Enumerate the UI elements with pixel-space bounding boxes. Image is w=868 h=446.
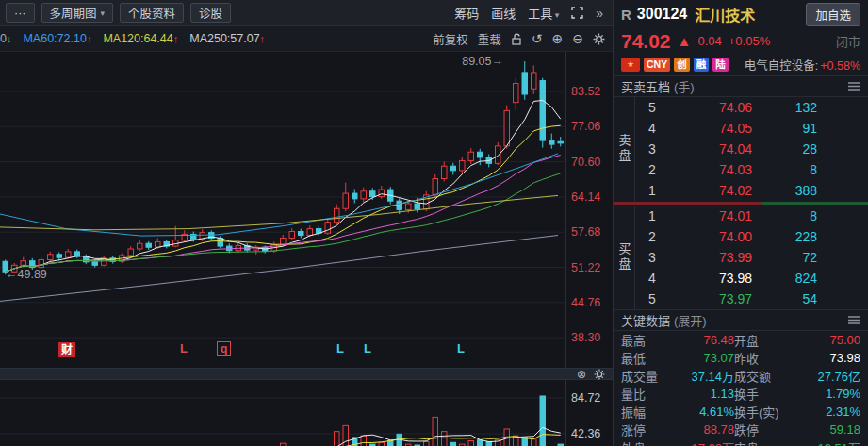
r-flag-label: R xyxy=(621,7,631,23)
sell-side-label: 卖盘 xyxy=(614,97,635,201)
buy-row-4[interactable]: 473.98824 xyxy=(635,268,868,289)
keydata-label: 内盘 xyxy=(734,438,798,446)
level-volume: 824 xyxy=(752,271,868,286)
keydata-label: 成交量 xyxy=(621,367,672,385)
reload-button[interactable]: 重载 xyxy=(478,30,501,48)
buy-row-1[interactable]: 174.018 xyxy=(635,206,868,226)
level-volume: 91 xyxy=(752,121,868,136)
sell-row-4[interactable]: 474.0591 xyxy=(635,118,868,139)
keydata-label: 开盘 xyxy=(734,331,798,349)
buy-row-5[interactable]: 573.9754 xyxy=(635,289,868,309)
level-number: 1 xyxy=(648,183,677,198)
sell-row-2[interactable]: 274.038 xyxy=(635,159,868,180)
volume-chart[interactable]: 84.7242.36 xyxy=(0,380,613,446)
industry-change: +0.58% xyxy=(820,59,860,73)
buy-row-2[interactable]: 274.00228 xyxy=(635,226,868,247)
zoom-in-icon[interactable]: ⊕ xyxy=(552,32,564,45)
stock-header: R 300124 汇川技术 加自选 xyxy=(614,0,868,28)
price-up-arrow-icon: ▲ xyxy=(678,33,692,49)
keydata-menu-icon[interactable] xyxy=(848,316,860,324)
level-number: 2 xyxy=(648,229,677,244)
chart-marker-4[interactable]: L xyxy=(364,341,371,355)
chart-marker-2[interactable]: q xyxy=(217,341,231,356)
chips-tool[interactable]: 筹码 xyxy=(454,4,479,22)
diagnose-button[interactable]: 诊股 xyxy=(190,3,231,23)
buy-side-label: 买盘 xyxy=(614,206,635,309)
zoom-out-icon[interactable]: ⊖ xyxy=(572,32,583,45)
chart-control-group: 前复权重载 ↺ ⊕ ⊖ xyxy=(433,30,613,48)
keydata-value: 17.63万 xyxy=(672,438,734,446)
cn-flag-badge: ★ xyxy=(621,58,640,72)
level-price: 74.06 xyxy=(677,100,752,115)
level-volume: 132 xyxy=(752,100,868,115)
cny-badge: CNY xyxy=(644,58,670,72)
up-arrow-icon: ↑ xyxy=(173,33,179,44)
sell-row-3[interactable]: 374.0428 xyxy=(635,139,868,159)
level-price: 74.00 xyxy=(677,229,752,244)
more-button[interactable]: ··· xyxy=(6,3,35,23)
toolbar-button-group: ···多周期图▾个股资料诊股 xyxy=(6,3,231,23)
chart-marker-0[interactable]: 财 xyxy=(58,342,75,357)
chevron-down-icon: ▾ xyxy=(101,8,106,18)
buy-row-3[interactable]: 373.9972 xyxy=(635,247,868,268)
stock-info-button[interactable]: 个股资料 xyxy=(120,3,184,23)
chart-marker-5[interactable]: L xyxy=(457,341,465,355)
ma120-line xyxy=(0,195,558,229)
level-volume: 228 xyxy=(752,229,868,244)
draw-line-tool[interactable]: 画线 xyxy=(491,4,516,22)
settings-gear-icon[interactable] xyxy=(593,33,605,45)
close-pane-icon[interactable]: ⊗ xyxy=(577,369,586,380)
keydata-label: 最高 xyxy=(621,331,672,349)
level-price: 73.99 xyxy=(677,250,752,265)
more-tools-icon[interactable]: » xyxy=(596,7,603,20)
orderbook-menu-icon[interactable] xyxy=(848,82,860,91)
ma-label-2: MA120:64.44↑ xyxy=(103,32,178,45)
chart-marker-3[interactable]: L xyxy=(336,341,344,355)
industry-link[interactable]: 电气自控设备:+0.58% xyxy=(745,56,860,74)
price-row: 74.02 ▲ 0.04 +0.05% 闭市 xyxy=(614,28,868,54)
orderbook-section-header[interactable]: 买卖五档 (手) xyxy=(614,75,868,97)
fullscreen-icon[interactable] xyxy=(571,7,583,19)
forward-adjust-button[interactable]: 前复权 xyxy=(433,30,468,48)
lu-badge: 陆 xyxy=(712,58,729,72)
price-change-percent: +0.05% xyxy=(729,34,770,48)
pane-settings-gear-icon[interactable] xyxy=(594,369,605,380)
tools-menu[interactable]: 工具 ▾ xyxy=(528,4,559,22)
up-arrow-icon: ↑ xyxy=(87,33,92,44)
ma-value-labels: 0↓MA60:72.10↑MA120:64.44↑MA250:57.07↑ xyxy=(0,32,265,45)
ma-label-3: MA250:57.07↑ xyxy=(189,32,265,45)
keydata-label: 量比 xyxy=(621,385,672,403)
svg-text:38.30: 38.30 xyxy=(571,331,600,344)
last-price: 74.02 xyxy=(621,30,671,53)
add-watchlist-button[interactable]: 加自选 xyxy=(806,3,860,26)
market-status: 闭市 xyxy=(836,32,860,50)
price-change: 0.04 xyxy=(697,34,721,48)
keydata-value: 2.31% xyxy=(798,405,860,419)
unlock-icon[interactable] xyxy=(511,33,522,45)
chart-marker-1[interactable]: L xyxy=(180,341,188,355)
svg-text:83.52: 83.52 xyxy=(571,85,600,98)
keydata-value: 76.48 xyxy=(672,333,734,347)
buy-sell-ratio-bar xyxy=(614,202,868,205)
undo-icon[interactable]: ↺ xyxy=(532,32,543,45)
level-price: 73.98 xyxy=(677,271,752,286)
sell-row-5[interactable]: 574.06132 xyxy=(635,97,868,118)
level-number: 5 xyxy=(648,100,677,115)
keydata-section-header[interactable]: 关键数据 (展开) xyxy=(614,309,868,331)
multi-period-button[interactable]: 多周期图▾ xyxy=(41,3,114,23)
svg-text:57.68: 57.68 xyxy=(571,225,600,239)
keydata-row-1: 最低73.07昨收73.98 xyxy=(614,349,868,367)
sell-row-1[interactable]: 174.02388 xyxy=(635,180,868,201)
level-volume: 8 xyxy=(752,208,868,223)
level-volume: 8 xyxy=(752,162,868,177)
keydata-value: 19.51万 xyxy=(798,438,860,446)
rong-badge: 融 xyxy=(694,58,710,72)
trading-terminal: ···多周期图▾个股资料诊股 筹码画线工具 ▾ » 0↓MA60:72.10↑M… xyxy=(0,0,868,446)
stock-name: 汇川技术 xyxy=(695,3,755,25)
quote-panel: R 300124 汇川技术 加自选 74.02 ▲ 0.04 +0.05% 闭市… xyxy=(613,0,868,446)
keydata-label: 涨停 xyxy=(621,421,672,438)
candlestick-chart[interactable]: 83.5277.0670.6064.1457.6851.2244.7638.30… xyxy=(0,52,613,368)
keydata-label: 最低 xyxy=(621,349,672,367)
keydata-row-4: 振幅4.61%换手(实)2.31% xyxy=(614,403,868,421)
keydata-label: 成交额 xyxy=(734,367,798,385)
